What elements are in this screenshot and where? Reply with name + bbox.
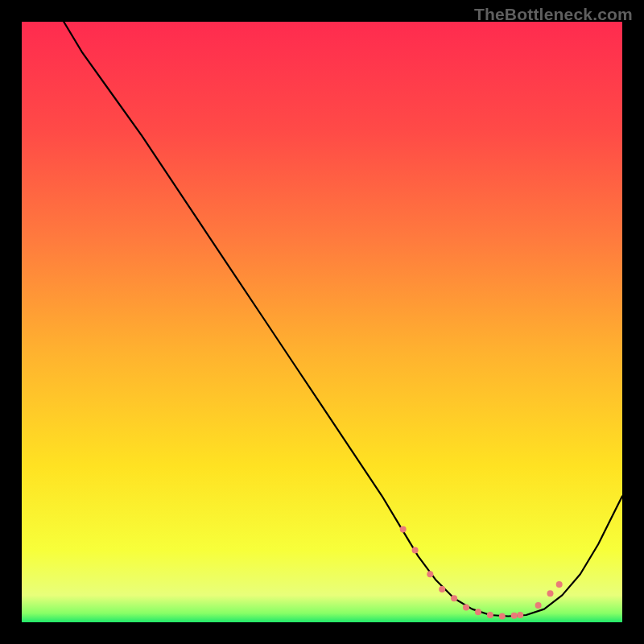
marker-dot xyxy=(427,571,433,577)
marker-dot xyxy=(535,602,542,609)
chart-svg xyxy=(22,22,622,622)
marker-dot xyxy=(451,595,457,601)
marker-dot xyxy=(517,612,523,618)
marker-dot xyxy=(487,612,493,618)
marker-dot xyxy=(463,604,469,610)
marker-dot xyxy=(412,547,419,554)
marker-dot xyxy=(475,609,481,615)
chart-frame: TheBottleneck.com xyxy=(0,0,644,644)
gradient-background xyxy=(22,22,622,622)
marker-dot xyxy=(499,613,506,620)
marker-dot xyxy=(439,586,445,592)
chart-plot xyxy=(22,22,622,622)
marker-dot xyxy=(511,613,518,619)
marker-dot xyxy=(556,581,563,588)
marker-dot xyxy=(547,590,554,597)
marker-dot xyxy=(400,526,407,532)
